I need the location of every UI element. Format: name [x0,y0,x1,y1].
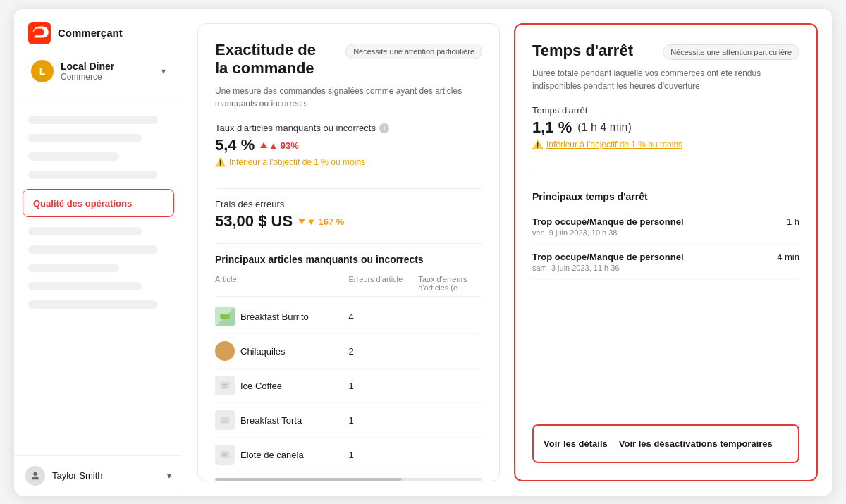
item-errors: 4 [349,312,413,322]
downtime-title: Temps d'arrêt [532,42,654,60]
item-name: Elote de canela [215,445,343,465]
user-icon [25,466,45,486]
store-avatar: L [31,60,54,82]
downtime-duration: (1 h 4 min) [577,121,631,134]
downtime-rows: Trop occupé/Manque de personnel ven. 9 j… [532,209,799,280]
svg-point-1 [33,472,37,475]
order-accuracy-panel: Exactitude de la commande Nécessite une … [197,23,500,481]
col-header-rate: Taux d'erreurs d'articles (e [418,275,482,292]
table-title: Principaux articles manquants ou incorre… [215,254,482,265]
item-name: Breakfast Torta [215,410,343,430]
downtime-panel: Temps d'arrêt Nécessite une attention pa… [514,23,818,481]
nav-skeleton-1 [28,116,157,124]
item-thumbnail [215,341,235,361]
item-thumbnail [215,307,235,326]
order-accuracy-description: Une mesure des commandes signalées comme… [215,85,482,110]
downtime-badge: Nécessite une attention particulière [663,44,799,60]
sidebar-item-operations-quality[interactable]: Qualité des opérations [23,189,174,217]
item-thumbnail [215,376,235,395]
item-thumbnail [215,445,235,465]
downtime-warning-icon: ⚠️ [532,140,543,149]
nav-skeleton-7 [28,264,119,272]
downtime-details-button[interactable]: Voir les détails [544,433,608,455]
nav-skeleton-6 [28,245,157,254]
table-row: Elote de canela 1 [215,438,482,472]
table-row: Breakfast Burrito 4 [215,300,482,334]
nav-skeleton-2 [28,134,142,142]
missing-rate-value: 5,4 % ▲ 93% [215,136,482,154]
col-header-article: Article [215,275,343,292]
divider-2 [215,243,482,244]
missing-rate-label: Taux d'articles manquants ou incorrects … [215,123,482,133]
missing-rate-change: ▲ 93% [260,140,299,151]
downtime-divider [532,171,799,171]
downtime-date: sam. 3 juin 2023, 11 h 36 [532,264,684,272]
items-table: Breakfast Burrito 4 Chilaquiles 2 Ice Co… [215,300,482,472]
downtime-reason: Trop occupé/Manque de personnel [532,252,684,262]
warning-icon: ⚠️ [215,157,226,167]
item-thumbnail [215,410,235,430]
downtime-date: ven. 9 juin 2023, 10 h 38 [532,228,684,237]
store-selector[interactable]: L Local Diner Commerce ▾ [28,56,168,87]
table-header: Article Erreurs d'article Taux d'erreurs… [215,272,482,297]
nav-skeleton-5 [28,227,142,235]
downtime-description: Durée totale pendant laquelle vos commer… [532,67,799,92]
user-profile[interactable]: Taylor Smith ▾ [14,455,183,496]
info-icon: i [379,123,389,133]
downtime-row: Trop occupé/Manque de personnel sam. 3 j… [532,245,799,280]
sidebar-item-label-active: Qualité des opérations [33,198,132,209]
order-accuracy-title: Exactitude de la commande [215,41,337,78]
downtime-duration-value: 4 min [777,252,799,262]
error-cost-value: 53,00 $ US ▼ 167 % [215,212,482,231]
main-content: Exactitude de la commande Nécessite une … [183,9,832,496]
divider-1 [215,188,482,189]
item-name: Breakfast Burrito [215,307,343,326]
svg-rect-5 [220,382,229,389]
nav-skeleton-3 [28,152,119,161]
brand-logo: Commerçant [28,22,168,44]
missing-rate-warning[interactable]: ⚠️ Inférieur à l'objectif de 1 % ou moin… [215,157,482,167]
error-cost-label: Frais des erreurs [215,199,482,209]
store-type: Commerce [61,72,154,82]
downtime-metric-label: Temps d'arrêt [532,105,799,116]
col-header-errors: Erreurs d'article [349,275,413,292]
downtime-metric-value: 1,1 % (1 h 4 min) [532,118,799,137]
item-errors: 1 [349,415,413,426]
downtime-duration-value: 1 h [787,216,799,227]
downtime-reason: Trop occupé/Manque de personnel [532,216,684,227]
scrollbar-hint[interactable] [215,478,482,481]
chevron-down-icon: ▾ [161,66,166,76]
brand-label: Commerçant [58,27,123,39]
user-chevron-icon: ▾ [167,471,171,481]
svg-rect-8 [220,417,229,424]
svg-rect-3 [221,316,223,318]
nav-skeleton-8 [28,282,142,290]
user-name: Taylor Smith [52,470,160,481]
error-cost-change: ▼ 167 % [298,216,344,227]
store-info: Local Diner Commerce [61,61,154,82]
downtime-footer-box: Voir les détails Voir les désactivations… [532,424,799,463]
item-errors: 2 [349,346,413,357]
svg-rect-11 [220,451,229,458]
table-row: Chilaquiles 2 [215,334,482,369]
nav-skeleton-9 [28,300,157,309]
main-downtime-title: Principaux temps d'arrêt [532,191,799,202]
table-row: Breakfast Torta 1 [215,403,482,438]
downtime-temp-button[interactable]: Voir les désactivations temporaires [619,438,773,449]
downtime-header: Temps d'arrêt Nécessite une attention pa… [532,42,799,60]
downtime-warning[interactable]: ⚠️ Inférieur à l'objectif de 1 % ou moin… [532,140,799,149]
downtime-row: Trop occupé/Manque de personnel ven. 9 j… [532,209,799,245]
sidebar-nav: Qualité des opérations [14,97,183,455]
item-errors: 1 [349,381,413,391]
nav-skeleton-4 [28,171,157,179]
store-name: Local Diner [61,61,154,72]
item-name: Ice Coffee [215,376,343,395]
item-name: Chilaquiles [215,341,343,361]
svg-point-4 [220,347,229,356]
table-row: Ice Coffee 1 [215,369,482,403]
order-accuracy-header: Exactitude de la commande Nécessite une … [215,41,482,78]
order-accuracy-badge: Nécessite une attention particulière [345,44,482,59]
item-errors: 1 [349,450,413,460]
